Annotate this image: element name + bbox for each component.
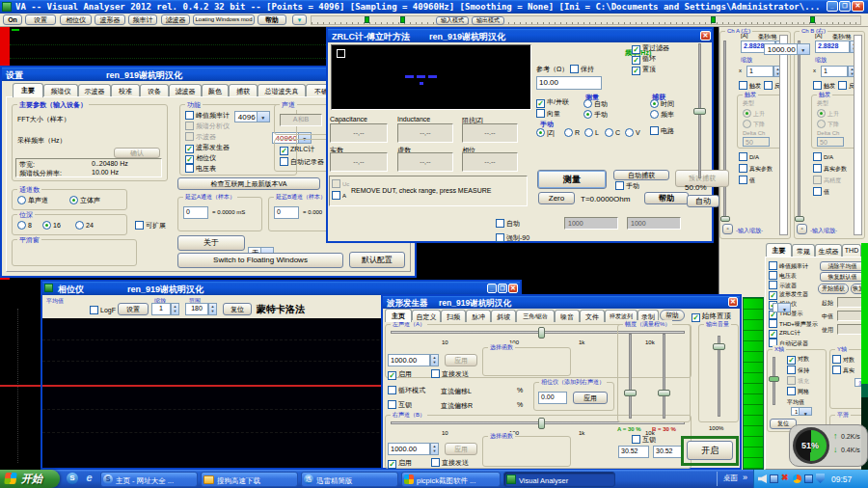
- settings-tab-spectrum[interactable]: 频谱仪: [43, 84, 78, 97]
- channel-a-level-thumb[interactable]: [720, 216, 730, 222]
- amp-b-slider[interactable]: [663, 334, 665, 419]
- maximize-button[interactable]: ❐: [839, 1, 851, 12]
- measure-button[interactable]: 测量: [537, 170, 607, 189]
- wave-button[interactable]: 波形器: [95, 14, 125, 25]
- phase-range-field[interactable]: 180: [185, 303, 208, 315]
- ruler-marker[interactable]: [400, 16, 405, 23]
- channel-b-trigger-check[interactable]: 触发: [813, 81, 835, 91]
- channel-a-value-check[interactable]: 值: [739, 176, 755, 185]
- channel-a-realparams-check[interactable]: 真实参数: [739, 164, 773, 174]
- amp-b-thumb[interactable]: [658, 390, 670, 396]
- channel-a-input-scale-button[interactable]: ▫: [722, 224, 733, 234]
- start-button[interactable]: 开始: [0, 470, 60, 488]
- wavegen-close-icon[interactable]: ✕: [728, 297, 738, 307]
- quicklaunch-sogou-icon[interactable]: S: [67, 473, 78, 484]
- wavegen-tab-triangle[interactable]: 三角/锯齿: [516, 310, 555, 322]
- dock-tab-generator[interactable]: 生成器: [815, 244, 842, 257]
- dock-clear-avg-button[interactable]: 清除平均值: [820, 261, 865, 271]
- phase-zoom-spinner[interactable]: [171, 303, 179, 315]
- zrlc-titlebar[interactable]: ZRLC计-傅立叶方法 ren_919谢杭明汉化 ✕: [328, 29, 712, 42]
- channel-b-da-check[interactable]: D/A: [813, 152, 833, 161]
- zrlc-help-button[interactable]: 帮助: [644, 192, 689, 204]
- right-freq-field[interactable]: 1000.00: [388, 443, 430, 455]
- dock-tab-thd[interactable]: THD: [842, 244, 861, 257]
- settings-tab-main[interactable]: 主要: [13, 83, 43, 97]
- task-button-homepage[interactable]: S 主页 - 网址大全 ...: [100, 472, 198, 487]
- quicklaunch-browser-icon[interactable]: e: [83, 472, 95, 484]
- func-scope-check[interactable]: 示波器: [185, 132, 216, 142]
- recorder-check[interactable]: 自动记录器: [280, 157, 324, 167]
- dock-check-wavegen[interactable]: 波形发生器: [769, 290, 808, 300]
- filter-check[interactable]: 置过滤器: [632, 43, 669, 54]
- filter-button[interactable]: 滤波器: [161, 14, 190, 25]
- phase-method-combo[interactable]: [773, 303, 791, 312]
- phase-close-icon[interactable]: ✕: [508, 284, 518, 293]
- freqmeter-button[interactable]: 频率计: [128, 14, 157, 25]
- measure-manual-radio[interactable]: 手动: [583, 110, 608, 120]
- zrlc-field-1[interactable]: 1000: [564, 217, 618, 230]
- confirm-button[interactable]: 确认: [114, 148, 160, 158]
- mono-radio[interactable]: 单声道: [17, 196, 48, 205]
- hold-check[interactable]: 保持: [570, 65, 594, 74]
- wavegen-tab-noise[interactable]: 噪音: [555, 310, 580, 322]
- interlock-check[interactable]: 互锁: [388, 400, 412, 410]
- wavegen-titlebar[interactable]: 波形发生器 ren_919谢杭明汉化 ✕: [383, 296, 740, 309]
- settings-tab-calibration[interactable]: 校准: [111, 84, 140, 97]
- channel-b-msdiv-field[interactable]: 2.8828: [815, 41, 850, 53]
- right-freq-spinner[interactable]: [430, 443, 439, 455]
- trigger-fall-radio[interactable]: 下降: [817, 120, 839, 129]
- xaxis-avg-combo[interactable]: 1: [791, 407, 812, 416]
- mode-v-radio[interactable]: V: [625, 128, 640, 137]
- circuit-check[interactable]: 电路: [650, 126, 674, 136]
- amp-a-field[interactable]: 30.52: [618, 446, 649, 458]
- depth-24-radio[interactable]: 24: [75, 221, 94, 230]
- xaxis-fill-check[interactable]: 填充: [787, 376, 809, 386]
- mode-c-radio[interactable]: C: [605, 128, 620, 137]
- dock-check-voltmeter[interactable]: 电压表: [769, 271, 797, 281]
- task-button-thunder[interactable]: 迅 迅雷精简版: [301, 472, 398, 487]
- channel-b-realparams-check[interactable]: 真实参数: [813, 164, 847, 174]
- minimize-button[interactable]: _: [827, 1, 838, 12]
- dock-start-capture-button[interactable]: 开始捕获: [818, 284, 849, 294]
- vector-check[interactable]: 向量: [536, 109, 560, 119]
- channel-a-scroll-track[interactable]: [779, 35, 788, 235]
- amp-a-slider[interactable]: [629, 334, 632, 419]
- wavegen-tab-pulse[interactable]: 脉冲: [466, 310, 491, 322]
- left-apply-button[interactable]: 应用: [445, 354, 477, 366]
- ref-field[interactable]: 10.00: [536, 76, 602, 90]
- zrlc-auto-check[interactable]: 自动: [496, 219, 520, 229]
- settings-tab-device[interactable]: 设备: [140, 84, 169, 97]
- func-peakfreq-check[interactable]: 峰值频率计: [185, 111, 230, 121]
- close-button[interactable]: ✕: [852, 1, 864, 12]
- zrlc-field-2[interactable]: 1000: [627, 217, 681, 230]
- phase-settings-button[interactable]: 设置: [118, 303, 149, 315]
- wavegen-tab-ramp[interactable]: 斜坡: [491, 310, 516, 322]
- zrlc-level-thumb[interactable]: [693, 108, 706, 115]
- tray-app-icon[interactable]: [793, 474, 801, 483]
- trigger-rise-radio[interactable]: 上升: [817, 109, 839, 119]
- settings-tab-capture[interactable]: 捕获: [229, 84, 258, 97]
- desktop-chevron-icon[interactable]: »: [743, 473, 747, 482]
- dock-check-thdnoise[interactable]: THD+噪声显示: [769, 319, 818, 329]
- mode-z-radio[interactable]: |Z|: [536, 128, 555, 137]
- channel-a-level-slider[interactable]: [723, 41, 726, 220]
- help-button[interactable]: 帮助: [258, 14, 286, 25]
- floating-windows-button[interactable]: Loating Windows mod: [193, 14, 255, 25]
- delta-ch-field[interactable]: 50: [817, 137, 844, 147]
- about-button[interactable]: 关于: [177, 235, 245, 251]
- settings-tab-scope[interactable]: 示波器: [78, 84, 111, 97]
- amp-interlock-check[interactable]: 互锁: [632, 435, 656, 445]
- autocapture-button[interactable]: 自动捕获: [613, 170, 669, 180]
- amp-a-thumb[interactable]: [624, 390, 637, 396]
- extensible-check[interactable]: 可扩展: [135, 221, 166, 230]
- channel-b-scroll-track[interactable]: [854, 35, 862, 235]
- check-va-version-button[interactable]: 检查互联网上最新版本VA: [177, 177, 320, 190]
- wavegen-tab-file[interactable]: 文件: [580, 310, 605, 322]
- a-check[interactable]: A: [332, 191, 346, 200]
- xaxis-log-check[interactable]: 对数: [787, 355, 809, 365]
- xaxis-thumb[interactable]: [769, 376, 779, 382]
- zrlc-display-checkbox[interactable]: [337, 49, 345, 58]
- channel-a-zoom-field[interactable]: 1: [746, 66, 773, 77]
- amp-b-field[interactable]: 30.52: [653, 446, 684, 458]
- channel-b-value-check[interactable]: 值: [813, 187, 829, 197]
